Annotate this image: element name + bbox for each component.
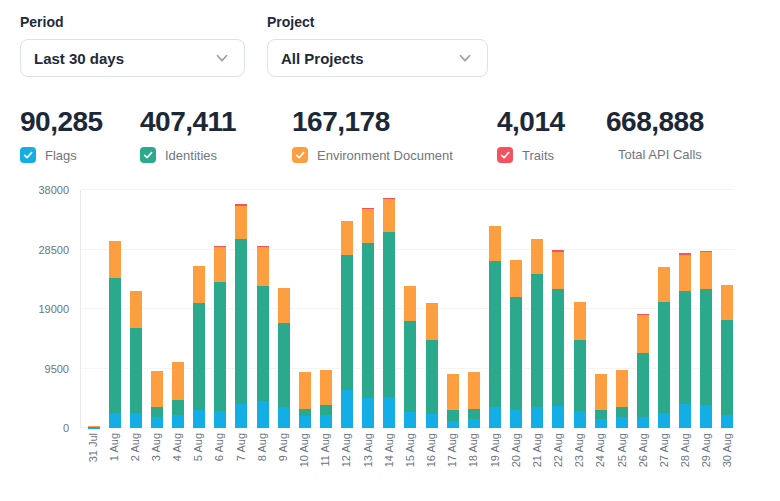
check-icon: [499, 149, 511, 161]
chevron-down-icon: [456, 49, 474, 67]
identities-count: 407,411: [140, 106, 292, 138]
chart-bars: [81, 190, 760, 428]
chart-bar[interactable]: [109, 241, 121, 428]
chart-bar[interactable]: [658, 267, 670, 428]
identities-label: Identities: [165, 148, 217, 163]
chart-bar[interactable]: [700, 251, 712, 428]
chart-bar[interactable]: [278, 288, 290, 428]
bar-segment-flags: [721, 415, 733, 428]
chevron-down-icon: [213, 49, 231, 67]
x-axis-tick-label: 26 Aug: [637, 433, 649, 467]
y-axis-tick-label: 38000: [23, 185, 69, 196]
bar-segment-identities: [616, 407, 628, 417]
chart-bar[interactable]: [299, 372, 311, 428]
bar-segment-environment-document: [404, 286, 416, 321]
bar-segment-flags: [404, 412, 416, 428]
chart-bar[interactable]: [172, 362, 184, 428]
bar-segment-flags: [257, 401, 269, 428]
chart-plot-area: 09500190002850038000: [80, 190, 760, 428]
chart-bar[interactable]: [320, 370, 332, 428]
chart-bar[interactable]: [721, 285, 733, 428]
chart-bar[interactable]: [510, 260, 522, 428]
bar-segment-environment-document: [616, 370, 628, 407]
project-selected-value: All Projects: [281, 50, 364, 67]
chart-bar[interactable]: [130, 291, 142, 428]
chart-bar[interactable]: [404, 286, 416, 428]
bar-segment-environment-document: [278, 288, 290, 324]
identities-checkbox[interactable]: [140, 147, 156, 163]
bar-segment-identities: [510, 297, 522, 410]
period-select[interactable]: Last 30 days: [20, 39, 245, 77]
bar-segment-environment-document: [679, 255, 691, 291]
x-axis-tick-label: 4 Aug: [171, 433, 183, 461]
x-axis-tick-label: 28 Aug: [679, 433, 691, 467]
stat-total-api-calls: 668,888 Total API Calls: [606, 106, 704, 163]
chart-bar[interactable]: [151, 371, 163, 428]
x-axis-tick-label: 7 Aug: [235, 433, 247, 461]
chart-bar[interactable]: [574, 302, 586, 428]
x-axis-tick-label: 21 Aug: [531, 433, 543, 467]
bar-segment-flags: [531, 407, 543, 428]
traits-checkbox[interactable]: [497, 147, 513, 163]
chart-bar[interactable]: [341, 221, 353, 428]
bar-segment-flags: [679, 404, 691, 428]
bar-segment-flags: [151, 417, 163, 428]
chart-bar[interactable]: [426, 303, 438, 428]
bar-segment-identities: [320, 405, 332, 415]
x-axis-tick-label: 13 Aug: [362, 433, 374, 467]
y-axis-tick-label: 9500: [23, 363, 69, 374]
x-axis-tick-label: 31 Jul: [87, 433, 99, 462]
bar-segment-identities: [214, 282, 226, 411]
chart-bar[interactable]: [679, 253, 691, 428]
chart-bar[interactable]: [383, 198, 395, 428]
chart-bar[interactable]: [616, 370, 628, 428]
x-axis-tick-label: 25 Aug: [616, 433, 628, 467]
x-axis-tick-label: 17 Aug: [446, 433, 458, 467]
bar-segment-environment-document: [193, 266, 205, 303]
stats-row: 90,285 Flags 407,411 Identities 167,178: [20, 106, 760, 163]
x-axis-tick-label: 24 Aug: [594, 433, 606, 467]
chart-bar[interactable]: [193, 266, 205, 428]
chart-bar[interactable]: [531, 239, 543, 428]
bar-segment-identities: [383, 232, 395, 397]
chart-bar[interactable]: [489, 226, 501, 428]
x-axis-tick-label: 5 Aug: [192, 433, 204, 461]
bar-segment-flags: [193, 410, 205, 428]
bar-segment-flags: [700, 405, 712, 428]
chart-bar[interactable]: [447, 374, 459, 428]
chart-bar[interactable]: [595, 374, 607, 428]
chart-bar[interactable]: [88, 426, 100, 428]
bar-segment-identities: [658, 302, 670, 413]
x-axis-tick-label: 22 Aug: [552, 433, 564, 467]
bar-segment-identities: [257, 286, 269, 401]
bar-segment-environment-document: [721, 285, 733, 320]
x-axis-tick-label: 6 Aug: [213, 433, 225, 461]
chart-bar[interactable]: [214, 246, 226, 428]
bar-segment-identities: [595, 410, 607, 419]
bar-segment-environment-document: [552, 252, 564, 289]
chart-bar[interactable]: [552, 250, 564, 428]
chart-bar[interactable]: [637, 314, 649, 428]
chart-bar[interactable]: [468, 372, 480, 428]
project-select[interactable]: All Projects: [267, 39, 488, 77]
bar-segment-flags: [574, 411, 586, 428]
bar-segment-flags: [130, 413, 142, 428]
check-icon: [294, 149, 306, 161]
environment-document-checkbox[interactable]: [292, 147, 308, 163]
bar-segment-identities: [531, 274, 543, 406]
bar-segment-identities: [130, 328, 142, 412]
chart-bar[interactable]: [235, 204, 247, 428]
flags-checkbox[interactable]: [20, 147, 36, 163]
chart-bar[interactable]: [362, 208, 374, 428]
bar-segment-flags: [426, 414, 438, 428]
bar-segment-identities: [151, 407, 163, 417]
bar-segment-environment-document: [235, 206, 247, 239]
y-axis-tick-label: 28500: [23, 244, 69, 255]
bar-segment-identities: [426, 340, 438, 414]
chart-bar[interactable]: [257, 246, 269, 428]
bar-segment-flags: [172, 415, 184, 428]
x-axis-tick-label: 1 Aug: [108, 433, 120, 461]
api-usage-dashboard: Period Last 30 days Project All Projects…: [0, 0, 780, 480]
bar-segment-environment-document: [595, 374, 607, 410]
bar-segment-identities: [637, 353, 649, 417]
